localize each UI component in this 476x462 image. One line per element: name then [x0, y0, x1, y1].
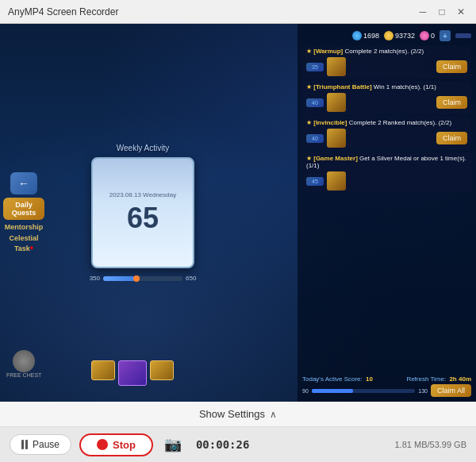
- quest-title-0: ★ [Warmup] Complete 2 match(es). (2/2): [306, 48, 467, 55]
- free-chest[interactable]: FREE CHEST: [6, 350, 41, 378]
- bottom-quest-info: Today's Active Score: 10 Refresh Time: 2…: [302, 372, 471, 397]
- pause-button[interactable]: Pause: [10, 434, 71, 455]
- quest-title-3: ★ [Game Master] Get a Silver Medal or ab…: [306, 155, 467, 169]
- pause-icon: [21, 440, 28, 449]
- quest-tag-2: [Invincible]: [313, 119, 347, 126]
- calendar-card: 2023.08.13 Wednesday 65: [91, 157, 194, 268]
- quest-icon-3: [327, 171, 346, 191]
- star-icon-2: ★: [306, 119, 312, 126]
- minimize-button[interactable]: ─: [416, 5, 430, 19]
- xp-badge-0: 35: [306, 63, 324, 71]
- chest-icon: [13, 350, 35, 372]
- quest-desc-1: Win 1 match(es). (1/1): [374, 83, 436, 90]
- screenshot-button[interactable]: 📷: [161, 433, 185, 456]
- gems-value: 93732: [395, 32, 415, 40]
- chest-box-2: [150, 360, 174, 380]
- claim-button-0[interactable]: Claim: [436, 60, 467, 73]
- chest-box-purple: [118, 360, 147, 386]
- weekly-activity-label: Weekly Activity: [117, 144, 170, 152]
- daily-quests-button[interactable]: DailyQuests: [3, 198, 44, 220]
- xp-badge-3: 45: [306, 177, 324, 186]
- quest-item-3: ★ [Game Master] Get a Silver Medal or ab…: [302, 152, 471, 193]
- quest-item-2: ★ [Invincible] Complete 2 Ranked match(e…: [302, 117, 471, 150]
- center-content: Weekly Activity 2023.08.13 Wednesday 65 …: [48, 24, 238, 402]
- quest-row-3: 45: [306, 171, 467, 191]
- pause-label: Pause: [33, 439, 60, 450]
- game-content: ← DailyQuests Mentorship CelestialTask F…: [0, 24, 476, 402]
- stop-label: Stop: [113, 439, 136, 451]
- quest-item-0: ★ [Warmup] Complete 2 match(es). (2/2) 3…: [302, 45, 471, 79]
- progress-track: [103, 276, 182, 281]
- calendar-number: 65: [127, 202, 159, 235]
- claim-all-button[interactable]: Claim All: [431, 384, 471, 397]
- refresh-label-text: Refresh Time:: [406, 375, 446, 383]
- quest-title-1: ★ [Triumphant Battle] Win 1 match(es). (…: [306, 83, 467, 90]
- game-area: ← DailyQuests Mentorship CelestialTask F…: [0, 24, 476, 402]
- free-chest-label: FREE CHEST: [6, 372, 41, 378]
- claim-button-1[interactable]: Claim: [436, 96, 467, 109]
- active-score-value: 10: [366, 375, 373, 383]
- show-settings-bar[interactable]: Show Settings ∧: [0, 402, 476, 427]
- add-currency-button[interactable]: +: [440, 30, 451, 41]
- pause-bar-left: [21, 440, 24, 449]
- quest-icon-1: [327, 93, 346, 112]
- score-130: 130: [418, 388, 428, 394]
- quest-row-2: 40 Claim: [306, 129, 467, 148]
- progress-bar-area: 350 650: [90, 275, 197, 282]
- mentorship-item[interactable]: Mentorship: [3, 223, 44, 231]
- stat-gold: 93732: [384, 31, 415, 40]
- quest-desc-0: Complete 2 match(es). (2/2): [345, 48, 424, 55]
- title-bar: AnyMP4 Screen Recorder ─ □ ✕: [0, 0, 476, 24]
- score-bar-track: [312, 389, 416, 393]
- window-controls: ─ □ ✕: [416, 5, 468, 19]
- celestial-task-item[interactable]: CelestialTask: [3, 234, 44, 253]
- star-icon-1: ★: [306, 83, 312, 90]
- timer-display: 00:00:26: [196, 438, 249, 451]
- chest-decoration: [91, 360, 174, 386]
- quest-desc-2: Complete 2 Ranked match(es). (2/2): [349, 119, 451, 126]
- chevron-up-icon: ∧: [270, 409, 277, 420]
- quest-row-1: 40 Claim: [306, 93, 467, 112]
- gem-icon: [352, 31, 362, 40]
- chest-box-1: [91, 360, 115, 380]
- score-bar-fill: [312, 389, 353, 393]
- maximize-button[interactable]: □: [435, 5, 449, 19]
- star-icon-3: ★: [306, 155, 312, 162]
- stat-diamond: 0: [420, 31, 435, 40]
- score-90: 90: [302, 388, 309, 394]
- star-icon-0: ★: [306, 48, 312, 55]
- claim-button-2[interactable]: Claim: [436, 132, 467, 144]
- quest-row-0: 35 Claim: [306, 57, 467, 76]
- refresh-time-value: 2h 40m: [449, 375, 471, 383]
- gold-value: 1698: [363, 32, 379, 40]
- quest-icon-0: [327, 57, 346, 76]
- quest-item-1: ★ [Triumphant Battle] Win 1 match(es). (…: [302, 81, 471, 114]
- progress-dot: [133, 275, 140, 282]
- close-button[interactable]: ✕: [454, 5, 468, 19]
- diamonds-value: 0: [431, 32, 435, 40]
- progress-left-label: 350: [90, 275, 100, 282]
- gold-icon: [384, 31, 393, 40]
- stats-row: 1698 93732 0 +: [302, 29, 471, 43]
- active-score-label: Today's Active Score: 10: [302, 375, 373, 383]
- stat-gem-icon: 1698: [352, 31, 379, 40]
- stop-button[interactable]: Stop: [79, 433, 153, 456]
- quest-tag-0: [Warmup]: [313, 48, 343, 55]
- quest-icon-2: [327, 129, 346, 148]
- back-button[interactable]: ←: [10, 172, 37, 194]
- quest-title-2: ★ [Invincible] Complete 2 Ranked match(e…: [306, 119, 467, 126]
- progress-fill: [103, 276, 135, 281]
- xp-badge-2: 40: [306, 134, 324, 143]
- quest-tag-1: [Triumphant Battle]: [313, 83, 371, 90]
- stat-bar: [455, 33, 471, 38]
- calendar-date: 2023.08.13 Wednesday: [109, 191, 176, 198]
- stop-circle-icon: [97, 439, 108, 450]
- show-settings-label: Show Settings: [199, 408, 265, 420]
- app-title: AnyMP4 Screen Recorder: [8, 6, 416, 17]
- score-refresh-row: Today's Active Score: 10 Refresh Time: 2…: [302, 375, 471, 383]
- xp-badge-1: 40: [306, 98, 324, 107]
- diamond-icon: [420, 31, 429, 40]
- pause-bar-right: [25, 440, 28, 449]
- refresh-time-label: Refresh Time: 2h 40m: [406, 375, 471, 383]
- right-panel: 1698 93732 0 + ★ [Warmup] Complete: [298, 24, 476, 402]
